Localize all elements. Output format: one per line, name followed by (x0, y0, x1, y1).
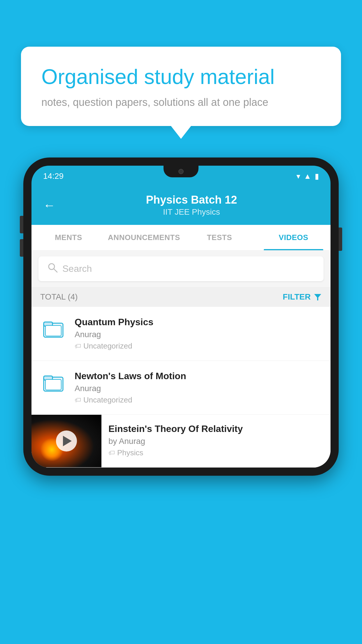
einstein-title: Einstein's Theory Of Relativity (108, 424, 324, 434)
camera (178, 169, 184, 174)
phone-container: 14:29 ▾ ▲ ▮ ← Physics Batch 12 IIT JEE P… (23, 158, 339, 644)
header-center: Physics Batch 12 IIT JEE Physics (64, 194, 319, 217)
status-time: 14:29 (43, 172, 64, 181)
volume-down-button[interactable] (20, 239, 23, 257)
tab-announcements[interactable]: ANNOUNCEMENTS (106, 225, 182, 250)
play-button[interactable] (56, 430, 77, 452)
filter-bar: TOTAL (4) FILTER (31, 287, 331, 307)
tag-label-2: Uncategorized (83, 396, 132, 405)
tab-ments[interactable]: MENTS (31, 225, 106, 250)
tab-tests[interactable]: TESTS (182, 225, 256, 250)
search-icon (47, 262, 58, 275)
tag-icon-3: 🏷 (108, 449, 115, 457)
svg-rect-8 (45, 379, 61, 390)
video-tag-newton: 🏷 Uncategorized (75, 396, 322, 405)
bubble-title: Organised study material (41, 64, 321, 89)
bubble-subtitle: notes, question papers, solutions all at… (41, 96, 321, 108)
video-item-quantum[interactable]: Quantum Physics Anurag 🏷 Uncategorized (31, 307, 331, 361)
tag-icon: 🏷 (75, 342, 81, 350)
back-button[interactable]: ← (43, 198, 55, 212)
wifi-icon: ▾ (296, 172, 300, 181)
status-bar: 14:29 ▾ ▲ ▮ (31, 166, 331, 187)
video-folder-icon-2 (40, 372, 66, 393)
video-title-quantum: Quantum Physics (75, 317, 322, 328)
einstein-author: by Anurag (108, 437, 324, 446)
video-author-quantum: Anurag (75, 330, 322, 339)
header-subtitle: IIT JEE Physics (64, 207, 319, 217)
phone-outer: 14:29 ▾ ▲ ▮ ← Physics Batch 12 IIT JEE P… (23, 158, 339, 476)
tab-bar: MENTS ANNOUNCEMENTS TESTS VIDEOS (31, 225, 331, 251)
signal-icon: ▲ (304, 172, 311, 181)
tab-videos[interactable]: VIDEOS (256, 225, 331, 250)
tag-icon-2: 🏷 (75, 396, 81, 404)
svg-line-1 (54, 269, 57, 272)
svg-rect-5 (45, 326, 61, 336)
video-folder-icon (40, 318, 66, 340)
search-bar[interactable]: Search (38, 256, 324, 281)
power-button[interactable] (339, 228, 342, 251)
video-title-newton: Newton's Laws of Motion (75, 371, 322, 382)
video-item-einstein[interactable]: Einstein's Theory Of Relativity by Anura… (31, 415, 331, 468)
app-header: ← Physics Batch 12 IIT JEE Physics (31, 187, 331, 225)
header-title: Physics Batch 12 (64, 194, 319, 206)
video-info-quantum: Quantum Physics Anurag 🏷 Uncategorized (75, 317, 322, 351)
video-list: Quantum Physics Anurag 🏷 Uncategorized (31, 307, 331, 468)
video-author-newton: Anurag (75, 384, 322, 393)
play-triangle-icon (63, 436, 72, 446)
volume-up-button[interactable] (20, 216, 23, 233)
filter-label: FILTER (283, 292, 311, 302)
notch (164, 166, 198, 177)
phone-screen: Search TOTAL (4) FILTER (31, 251, 331, 468)
video-info-newton: Newton's Laws of Motion Anurag 🏷 Uncateg… (75, 371, 322, 405)
battery-icon: ▮ (315, 172, 319, 181)
video-thumbnail-einstein (31, 415, 101, 467)
einstein-tag: 🏷 Physics (108, 448, 324, 457)
video-item-newton[interactable]: Newton's Laws of Motion Anurag 🏷 Uncateg… (31, 361, 331, 415)
filter-icon (314, 293, 322, 301)
tag-label: Uncategorized (83, 342, 132, 351)
status-icons: ▾ ▲ ▮ (296, 172, 319, 181)
filter-button[interactable]: FILTER (283, 292, 322, 302)
video-tag-quantum: 🏷 Uncategorized (75, 342, 322, 351)
total-count: TOTAL (4) (40, 292, 78, 302)
speech-bubble: Organised study material notes, question… (21, 47, 341, 126)
einstein-info: Einstein's Theory Of Relativity by Anura… (101, 415, 331, 466)
tag-label-3: Physics (117, 448, 143, 457)
search-input[interactable]: Search (62, 263, 92, 274)
svg-marker-2 (314, 294, 321, 300)
